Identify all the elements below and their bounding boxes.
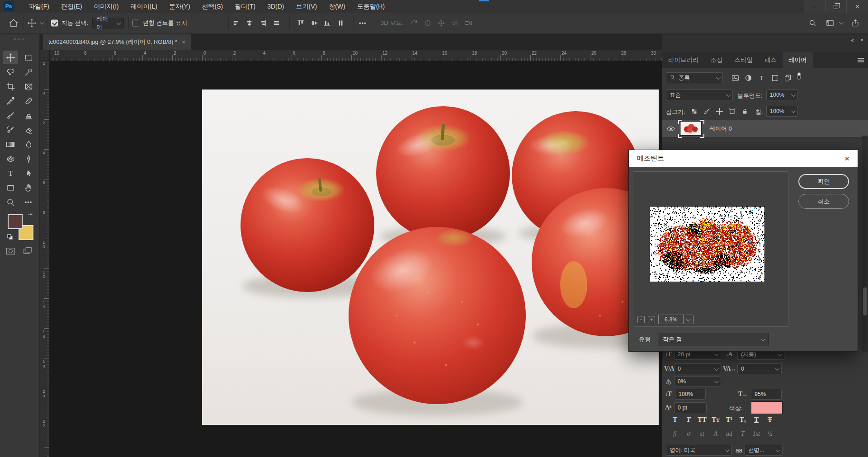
panel-scrollbar[interactable] <box>862 136 868 352</box>
style-button-2[interactable]: TT <box>696 416 708 424</box>
style-button-0[interactable]: T <box>669 416 681 424</box>
history-brush-tool[interactable] <box>3 123 18 137</box>
opentype-button-2[interactable]: st <box>696 430 708 438</box>
workspace-switcher-icon[interactable] <box>826 19 835 28</box>
opentype-button-7[interactable]: ½ <box>764 430 776 438</box>
filter-toggle-icon[interactable] <box>794 71 803 80</box>
vertical-scale-field[interactable]: 100% <box>675 389 706 400</box>
lock-all-icon[interactable] <box>741 108 749 115</box>
tool-preset-chevron[interactable] <box>40 22 43 25</box>
minimize-button[interactable]: – <box>804 0 826 13</box>
opentype-button-1[interactable]: ơ <box>682 430 695 438</box>
current-tool-icon[interactable] <box>27 19 37 28</box>
menu-item-2[interactable]: 이미지(I) <box>88 0 125 13</box>
anti-alias-dropdown[interactable]: 선명... <box>745 445 783 456</box>
align-bottom-icon[interactable] <box>323 19 331 28</box>
layer-filter-dropdown[interactable]: 종류 <box>666 72 723 83</box>
type-dropdown[interactable]: 작은 점 <box>658 333 769 346</box>
scrollbar-thumb[interactable] <box>863 287 867 316</box>
layer-name[interactable]: 레이어 0 <box>709 125 732 133</box>
slice-tool[interactable] <box>21 80 36 93</box>
align-center-h-icon[interactable] <box>245 19 254 28</box>
rectangle-tool[interactable] <box>3 181 18 194</box>
panel-tab-2[interactable]: 스타일 <box>729 52 759 68</box>
panel-tab-4[interactable]: 레이어 <box>783 52 813 68</box>
menu-item-9[interactable]: 창(W) <box>323 0 351 13</box>
panel-tab-0[interactable]: 라이브러리 <box>662 52 705 68</box>
hand-tool[interactable] <box>21 181 36 194</box>
layer-visibility-eye-icon[interactable] <box>666 124 675 133</box>
lasso-tool[interactable] <box>3 65 18 79</box>
ruler-corner[interactable] <box>40 50 50 61</box>
distribute-centers-icon[interactable] <box>272 19 281 28</box>
transform-controls-checkbox[interactable] <box>132 20 139 27</box>
baseline-shift-field[interactable]: 0 pt <box>674 402 707 413</box>
path-selection-tool[interactable] <box>21 166 36 180</box>
blend-mode-dropdown[interactable]: 표준 <box>666 90 733 100</box>
collapse-panels-icon[interactable]: « <box>851 37 854 43</box>
opentype-button-5[interactable]: T <box>736 430 749 438</box>
style-button-4[interactable]: T¹ <box>723 416 736 424</box>
lock-transparent-pixels-icon[interactable] <box>690 108 698 115</box>
quick-selection-tool[interactable] <box>21 65 36 79</box>
tracking-field[interactable]: 0 <box>737 363 782 374</box>
default-colors-icon[interactable] <box>6 233 14 243</box>
menu-item-4[interactable]: 문자(Y) <box>163 0 196 13</box>
search-icon[interactable] <box>808 19 817 28</box>
style-button-3[interactable]: Tᴛ <box>709 416 722 424</box>
layer-thumbnail[interactable] <box>680 121 703 137</box>
blur-tool[interactable] <box>21 137 36 151</box>
canvas-image[interactable] <box>202 90 659 425</box>
opentype-button-4[interactable]: ad <box>723 430 736 438</box>
align-center-v-icon[interactable] <box>310 19 319 28</box>
crop-tool[interactable] <box>3 80 18 93</box>
workspace-chevron[interactable] <box>839 22 842 25</box>
menu-item-7[interactable]: 3D(D) <box>261 0 290 13</box>
eyedropper-tool[interactable] <box>3 94 18 108</box>
tsume-field[interactable]: 0% <box>674 376 721 387</box>
marquee-tool[interactable] <box>21 51 36 64</box>
opentype-button-3[interactable]: A <box>709 430 722 438</box>
document-tab-close-icon[interactable]: × <box>182 38 185 46</box>
auto-select-dropdown[interactable]: 레이어 <box>92 18 124 28</box>
menu-item-0[interactable]: 파일(F) <box>23 0 55 13</box>
foreground-color-swatch[interactable] <box>8 214 23 229</box>
menu-item-6[interactable]: 필터(T) <box>229 0 261 13</box>
ok-button[interactable]: 확인 <box>798 174 849 189</box>
cancel-button[interactable]: 취소 <box>798 194 849 209</box>
style-button-1[interactable]: T <box>682 416 695 424</box>
panel-tab-1[interactable]: 조정 <box>705 52 729 68</box>
horizontal-ruler[interactable]: 108642024681012141618202224262830 <box>50 50 662 61</box>
lock-position-icon[interactable] <box>716 108 723 115</box>
zoom-in-button[interactable]: + <box>648 316 655 323</box>
filter-adjustment-icon[interactable] <box>744 74 753 82</box>
panel-menu-icon[interactable] <box>858 58 864 62</box>
panel-close-icon[interactable]: × <box>860 37 863 43</box>
type-tool[interactable]: T <box>3 166 18 180</box>
restore-button[interactable] <box>826 0 847 13</box>
lock-image-pixels-icon[interactable] <box>703 108 711 115</box>
opacity-dropdown[interactable]: 100% <box>766 90 798 100</box>
preview-zoom-dropdown[interactable]: 6.3% <box>658 315 693 324</box>
style-button-7[interactable]: T <box>764 416 776 424</box>
eraser-tool[interactable] <box>21 123 36 137</box>
lock-artboard-icon[interactable] <box>728 108 736 115</box>
more-options-icon[interactable]: ••• <box>359 20 367 27</box>
close-button[interactable]: × <box>847 0 868 13</box>
dialog-close-icon[interactable]: × <box>844 154 849 163</box>
style-button-5[interactable]: T₁ <box>736 416 749 424</box>
gradient-tool[interactable] <box>3 137 18 151</box>
style-button-6[interactable]: T <box>750 416 763 424</box>
sponge-tool[interactable] <box>3 152 18 165</box>
vertical-ruler[interactable]: 20246810121416182022 <box>40 61 50 457</box>
align-top-icon[interactable] <box>297 19 305 28</box>
language-dropdown[interactable]: 영어: 미국 <box>666 445 732 456</box>
kerning-field[interactable]: 0 <box>674 363 721 374</box>
filter-smartobject-icon[interactable] <box>783 74 792 82</box>
menu-item-3[interactable]: 레이어(L) <box>125 0 163 13</box>
align-left-icon[interactable] <box>231 19 240 28</box>
screen-mode-icon[interactable] <box>23 246 33 258</box>
canvas-area[interactable]: 108642024681012141618202224262830 202468… <box>40 50 662 457</box>
filter-type-icon[interactable]: T <box>757 74 766 82</box>
healing-brush-tool[interactable] <box>21 94 36 108</box>
